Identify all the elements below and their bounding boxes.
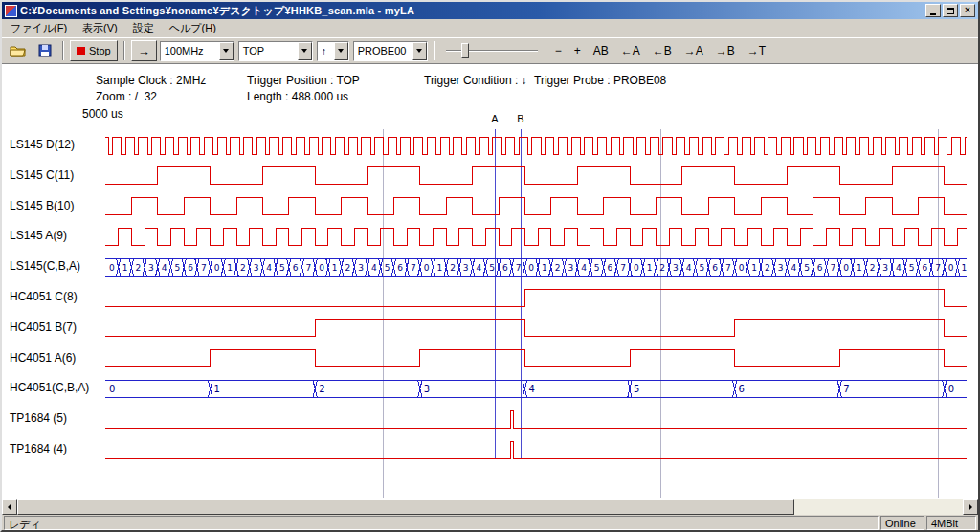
digital-waveform — [105, 228, 967, 245]
arrow-left-icon — [8, 503, 11, 511]
goto-a-right-button[interactable]: →A — [682, 42, 705, 59]
channel-label[interactable]: HC4051 C(8) — [10, 290, 78, 303]
trigger-probe-combo[interactable]: PROBE00 — [353, 41, 428, 61]
close-icon: × — [965, 6, 970, 15]
channel-label[interactable]: LS145 D(12) — [10, 138, 75, 151]
status-message: レディ — [4, 516, 879, 530]
bus-value: 3 — [778, 263, 784, 273]
channel-label[interactable]: TP1684 (4) — [10, 442, 67, 455]
menu-item[interactable]: ヘルプ(H) — [162, 19, 224, 37]
bus-value: 1 — [857, 263, 862, 273]
stop-button-label: Stop — [89, 45, 111, 56]
scroll-right-button[interactable] — [963, 499, 978, 515]
zoom-slider-thumb[interactable] — [461, 43, 469, 58]
run-button[interactable]: → — [131, 40, 157, 61]
zoom-out-button[interactable]: − — [553, 42, 564, 59]
bus-value: 4 — [162, 263, 167, 273]
status-memory: 4MBit — [926, 516, 976, 530]
stop-icon — [77, 47, 85, 55]
sample-clock-label: Sample Clock : 2MHz — [96, 74, 206, 87]
bus-value: 5 — [175, 263, 181, 273]
trigger-edge-combo[interactable]: ↑ — [317, 41, 349, 61]
bus-value: 0 — [319, 263, 324, 273]
bus-value: 3 — [882, 263, 888, 273]
bus-value: 0 — [528, 263, 534, 273]
capture-length-label: Length : 488.000 us — [247, 90, 348, 103]
bus-value: 6 — [188, 263, 193, 273]
goto-a-left-button[interactable]: ←A — [619, 42, 642, 59]
channel-label[interactable]: HC4051 A(6) — [10, 351, 76, 365]
horizontal-scrollbar[interactable] — [2, 499, 978, 515]
bus-value: 1 — [332, 263, 338, 273]
bus-value: 2 — [319, 384, 324, 394]
chevron-down-icon[interactable] — [298, 42, 312, 60]
channel-label[interactable]: LS145 A(9) — [10, 229, 67, 242]
bus-value: 7 — [305, 263, 311, 273]
bus-value: 4 — [686, 263, 692, 273]
scrollbar-track[interactable] — [794, 499, 963, 515]
scroll-left-button[interactable] — [2, 499, 17, 515]
menu-item[interactable]: 設定 — [125, 19, 162, 37]
save-button[interactable] — [33, 40, 56, 61]
bus-value: 0 — [214, 263, 220, 273]
zoom-in-button[interactable]: + — [572, 42, 583, 59]
bus-value: 7 — [411, 263, 416, 273]
marker-b-label[interactable]: B — [516, 113, 525, 124]
status-online: Online — [880, 516, 924, 530]
bus-value: 4 — [477, 263, 482, 273]
scrollbar-thumb[interactable] — [17, 499, 794, 515]
bus-value: 2 — [450, 263, 456, 273]
bus-value: 4 — [528, 384, 534, 394]
bus-value: 5 — [700, 263, 705, 273]
waveform-plot[interactable]: 0123456701234567012345670123456701234567… — [105, 129, 967, 498]
minimize-button[interactable] — [925, 4, 941, 17]
bus-value: 4 — [896, 263, 902, 273]
maximize-icon — [947, 8, 954, 14]
digital-waveform — [105, 137, 967, 154]
channel-label[interactable]: HC4051(C,B,A) — [10, 381, 89, 394]
bus-value: 5 — [279, 263, 285, 273]
ab-button[interactable]: AB — [591, 42, 611, 59]
bus-value: 5 — [489, 263, 495, 273]
bus-value: 6 — [608, 263, 613, 273]
open-folder-icon — [10, 44, 26, 57]
bus-value: 0 — [948, 263, 954, 273]
chevron-down-icon[interactable] — [334, 42, 348, 60]
chevron-down-icon[interactable] — [412, 42, 427, 60]
goto-b-right-button[interactable]: →B — [714, 42, 737, 59]
combo-group: 100MHzTOP↑PROBE00 — [160, 41, 428, 61]
bus-value: 1 — [751, 263, 757, 273]
menu-item[interactable]: 表示(V) — [75, 19, 125, 37]
bus-waveform: 0123456701234567012345670123456701234567… — [105, 258, 967, 276]
channel-label[interactable]: LS145 C(11) — [10, 168, 74, 182]
bus-value: 5 — [804, 263, 810, 273]
bus-value: 5 — [909, 263, 915, 273]
bus-value: 5 — [385, 263, 390, 273]
bus-waveform: 012345670 — [105, 380, 967, 397]
channel-label[interactable]: HC4051 B(7) — [10, 321, 77, 334]
channel-label[interactable]: LS145 B(10) — [10, 199, 74, 212]
bus-value: 0 — [739, 263, 745, 273]
menu-item[interactable]: ファイル(F) — [3, 19, 75, 37]
marker-a-label[interactable]: A — [490, 113, 500, 124]
channel-label[interactable]: TP1684 (5) — [10, 411, 67, 425]
close-button[interactable]: × — [960, 4, 975, 17]
zoom-slider[interactable] — [446, 41, 538, 60]
channel-label[interactable]: LS145(C,B,A) — [10, 259, 80, 273]
chevron-down-icon[interactable] — [219, 42, 234, 60]
bus-value: 0 — [424, 263, 430, 273]
trigger-position-combo-value: TOP — [239, 42, 298, 60]
trigger-position-combo[interactable]: TOP — [238, 41, 313, 61]
digital-waveform — [105, 350, 967, 367]
open-file-button[interactable] — [6, 40, 30, 61]
sample-rate-combo[interactable]: 100MHz — [160, 41, 234, 61]
trigger-probe-label: Trigger Probe : PROBE08 — [534, 74, 666, 87]
waveform-panel: Sample Clock : 2MHz Trigger Position : T… — [2, 64, 978, 499]
goto-b-left-button[interactable]: ←B — [651, 42, 674, 59]
maximize-button[interactable] — [943, 4, 958, 17]
bus-value: 1 — [542, 263, 547, 273]
goto-trigger-button[interactable]: →T — [746, 42, 768, 59]
title-bar[interactable]: C:¥Documents and Settings¥noname¥デスクトップ¥… — [2, 2, 978, 19]
bus-value: 6 — [397, 263, 403, 273]
stop-button[interactable]: Stop — [70, 40, 118, 61]
